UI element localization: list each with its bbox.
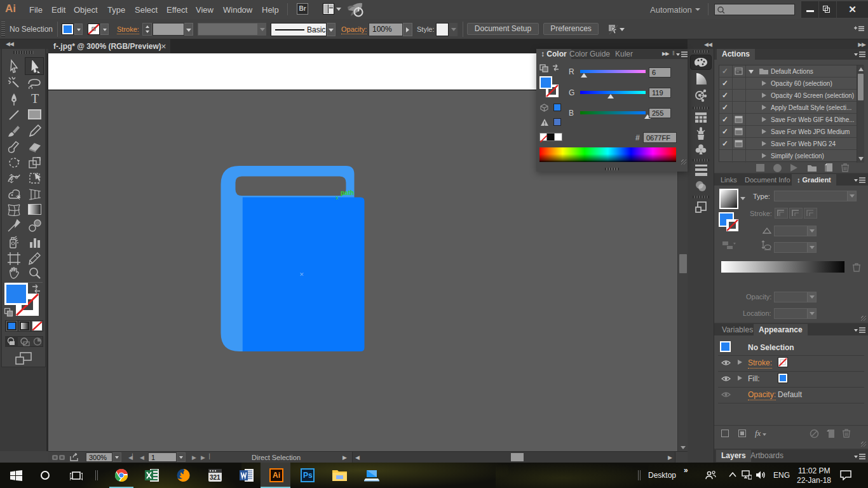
svg-text:321: 321 (210, 474, 220, 481)
